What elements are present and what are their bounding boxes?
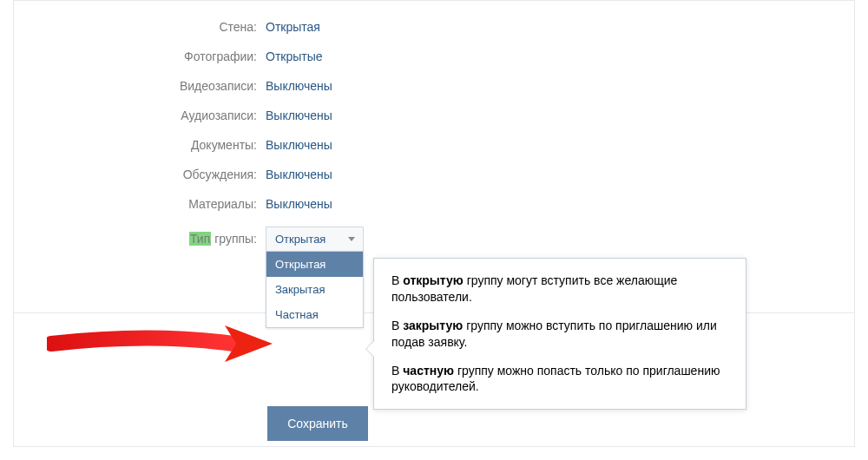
setting-label: Документы:	[14, 138, 266, 152]
label-highlight: Тип	[189, 232, 211, 246]
setting-label: Материалы:	[14, 197, 266, 211]
tooltip-arrow-icon	[366, 341, 374, 357]
settings-list: Стена: Открытая Фотографии: Открытые Вид…	[14, 1, 854, 251]
setting-row-materials: Материалы: Выключены	[14, 197, 854, 211]
dropdown-selected[interactable]: Открытая	[266, 227, 364, 251]
setting-row-board: Обсуждения: Выключены	[14, 168, 854, 181]
setting-label: Видеозаписи:	[14, 79, 266, 93]
setting-value-link[interactable]: Выключены	[266, 197, 332, 211]
setting-label: Фотографии:	[14, 49, 266, 63]
chevron-down-icon	[348, 237, 355, 241]
setting-value-link[interactable]: Выключены	[266, 79, 332, 93]
setting-row-photos: Фотографии: Открытые	[14, 49, 854, 63]
save-button[interactable]: Сохранить	[267, 406, 368, 441]
setting-value-link[interactable]: Открытая	[266, 20, 320, 34]
tooltip-paragraph: В частную группу можно попасть только по…	[391, 363, 728, 396]
dropdown-option-closed[interactable]: Закрытая	[266, 277, 363, 302]
tooltip-paragraph: В открытую группу могут вступить все жел…	[391, 273, 728, 306]
setting-value-link[interactable]: Выключены	[266, 138, 332, 152]
group-type-tooltip: В открытую группу могут вступить все жел…	[373, 258, 746, 410]
setting-value-link[interactable]: Открытые	[266, 49, 323, 63]
setting-value-link[interactable]: Выключены	[266, 168, 332, 181]
setting-row-group-type: Тип группы: Открытая Открытая Закрытая Ч…	[14, 227, 854, 251]
dropdown-selected-text: Открытая	[275, 233, 326, 246]
setting-label-group-type: Тип группы:	[14, 232, 266, 246]
dropdown-option-private[interactable]: Частная	[266, 302, 363, 327]
setting-value-link[interactable]: Выключены	[266, 108, 332, 122]
setting-row-audio: Аудиозаписи: Выключены	[14, 108, 854, 122]
setting-label: Стена:	[14, 20, 266, 34]
setting-row-wall: Стена: Открытая	[14, 20, 854, 34]
dropdown-list: Открытая Закрытая Частная	[266, 251, 364, 328]
tooltip-paragraph: В закрытую группу можно вступить по приг…	[391, 318, 728, 351]
setting-row-videos: Видеозаписи: Выключены	[14, 79, 854, 93]
setting-label: Обсуждения:	[14, 168, 266, 181]
group-type-dropdown[interactable]: Открытая Открытая Закрытая Частная	[266, 227, 364, 251]
setting-label: Аудиозаписи:	[14, 108, 266, 122]
setting-row-docs: Документы: Выключены	[14, 138, 854, 152]
dropdown-option-open[interactable]: Открытая	[266, 252, 363, 277]
